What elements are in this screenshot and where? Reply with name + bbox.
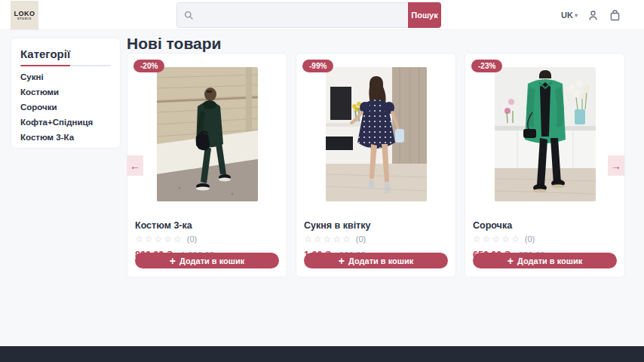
language-label: UK [561,11,573,20]
rating-count: (0) [525,235,535,244]
product-image[interactable] [157,67,258,201]
rating-count: (0) [356,235,366,244]
add-to-cart-label: Додати в кошик [517,256,582,265]
product-rating: ☆☆☆☆☆ (0) [304,234,448,244]
language-selector[interactable]: UK ▾ [561,11,578,20]
add-to-cart-button[interactable]: + Додати в кошик [304,253,448,268]
search-input[interactable] [194,10,408,20]
product-image[interactable] [326,67,427,201]
rating-count: (0) [187,235,197,244]
categories-panel: Категорії Сукні Костюми Сорочки Кофта+Сп… [11,38,121,149]
page-title: Нові товари [127,35,221,53]
user-icon [587,9,600,22]
product-title[interactable]: Сорочка [473,220,617,231]
carousel-prev-button[interactable]: ← [127,155,143,176]
discount-badge: -23% [471,60,502,72]
add-to-cart-label: Додати в кошик [179,256,244,265]
sidebar-item-sorochky[interactable]: Сорочки [20,103,111,112]
product-card: -99% [296,53,456,278]
search-input-wrap [176,2,408,28]
search-button[interactable]: Пошук [408,2,441,28]
chevron-down-icon: ▾ [575,12,578,19]
add-to-cart-button[interactable]: + Додати в кошик [473,253,617,268]
cart-button[interactable] [609,9,621,22]
account-button[interactable] [587,9,600,22]
logo-text: LOKO [14,10,35,17]
discount-badge: -99% [302,60,333,72]
search-icon [184,11,194,20]
product-image[interactable] [495,67,596,201]
plus-icon: + [508,257,514,265]
product-card: -23% [465,53,625,278]
search-bar: Пошук [176,2,441,28]
star-rating-icons: ☆☆☆☆☆ [304,234,352,244]
header-actions: UK ▾ [561,0,621,30]
sidebar-item-sukni[interactable]: Сукні [20,72,111,81]
add-to-cart-label: Додати в кошик [348,256,413,265]
product-title[interactable]: Костюм 3-ка [135,220,279,231]
header: LOKO STUDIO Пошук UK ▾ [0,0,644,30]
star-rating-icons: ☆☆☆☆☆ [135,234,183,244]
footer [0,346,644,362]
add-to-cart-button[interactable]: + Додати в кошик [135,253,279,268]
plus-icon: + [339,257,345,265]
product-rating: ☆☆☆☆☆ (0) [135,234,279,244]
star-rating-icons: ☆☆☆☆☆ [473,234,521,244]
shopping-bag-icon [609,9,621,22]
logo-subtitle: STUDIO [17,17,32,20]
arrow-left-icon: ← [130,160,140,172]
plus-icon: + [170,257,176,265]
categories-title: Категорії [20,48,111,60]
carousel-next-button[interactable]: → [608,155,624,176]
arrow-right-icon: → [611,160,621,172]
sidebar-item-kostyum-3ka[interactable]: Костюм 3-Ка [20,133,111,142]
product-rating: ☆☆☆☆☆ (0) [473,234,617,244]
logo[interactable]: LOKO STUDIO [11,1,38,29]
sidebar-item-kostyumy[interactable]: Костюми [20,87,111,97]
discount-badge: -20% [133,60,164,72]
product-card: -20% Костюм 3-ка [127,53,287,278]
categories-list: Сукні Костюми Сорочки Кофта+Спідниця Кос… [20,72,111,142]
product-title[interactable]: Сукня в квітку [304,220,448,231]
categories-divider [20,65,111,66]
sidebar-item-kofta-spidnytsia[interactable]: Кофта+Спідниця [20,118,111,127]
product-carousel: -20% Костюм 3-ка [127,53,625,278]
